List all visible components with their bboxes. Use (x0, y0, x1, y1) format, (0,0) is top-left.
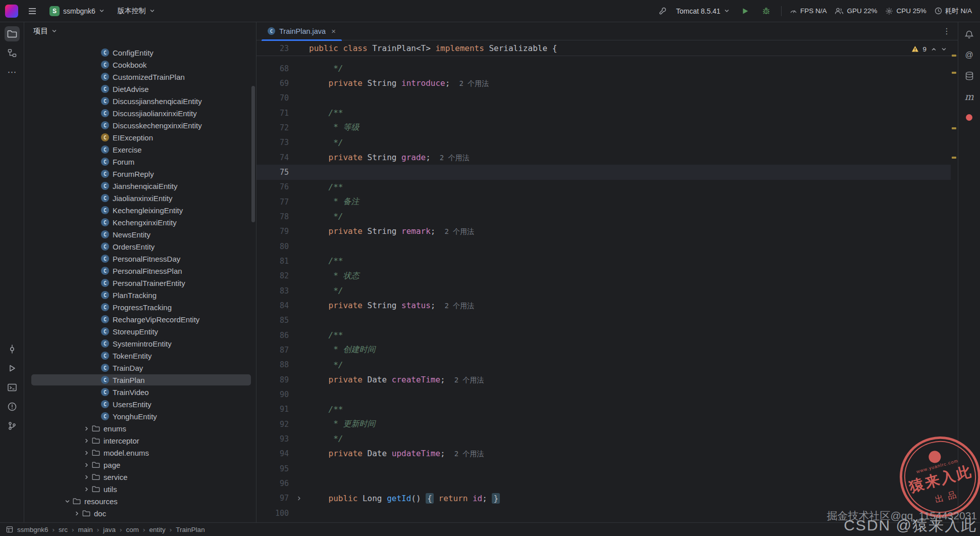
line-number[interactable]: 95 (256, 464, 289, 473)
code-line-88[interactable]: 88 */ (256, 358, 951, 372)
tree-item-forumreply[interactable]: CForumReply (24, 168, 256, 180)
line-number[interactable]: 73 (256, 138, 289, 147)
line-number[interactable]: 68 (256, 64, 289, 73)
terminal-tool-icon[interactable] (5, 380, 20, 395)
code-line-94[interactable]: 94 private Date updateTime;2 个用法 (256, 447, 951, 461)
tree-scrollbar[interactable] (251, 86, 255, 222)
chevron-right-icon[interactable] (82, 438, 91, 444)
code-line-71[interactable]: 71 /** (256, 106, 951, 120)
code-line-87[interactable]: 87 * 创建时间 (256, 343, 951, 357)
chevron-right-icon[interactable] (72, 511, 82, 516)
breadcrumb-item[interactable]: TrainPlan (176, 526, 204, 533)
code-line-92[interactable]: 92 * 更新时间 (256, 417, 951, 431)
line-number[interactable]: 84 (256, 301, 289, 310)
mentions-at-icon[interactable]: @ (963, 49, 975, 61)
line-number[interactable]: 79 (256, 227, 289, 236)
plugin-dot-icon[interactable] (963, 111, 975, 123)
sticky-line[interactable]: 23 public class TrainPlan<T> implements … (256, 41, 958, 56)
tree-item-personalfitnessday[interactable]: CPersonalFitnessDay (24, 253, 256, 265)
warning-stripe-mark[interactable] (952, 72, 956, 74)
tree-item-trainvideo[interactable]: CTrainVideo (24, 386, 256, 398)
code-line-85[interactable]: 85 (256, 313, 951, 328)
chevron-right-icon[interactable] (82, 486, 91, 492)
code-line-90[interactable]: 90 (256, 387, 951, 402)
line-number[interactable]: 87 (256, 346, 289, 355)
line-number[interactable]: 85 (256, 316, 289, 325)
code-line-93[interactable]: 93 */ (256, 431, 951, 446)
code-line-69[interactable]: 69 private String introduce;2 个用法 (256, 76, 951, 90)
line-number[interactable]: 96 (256, 479, 289, 488)
code-line-81[interactable]: 81 /** (256, 254, 951, 268)
code-line-89[interactable]: 89 private Date createTime;2 个用法 (256, 372, 951, 387)
code-line-76[interactable]: 76 /** (256, 180, 951, 194)
tree-item-usersentity[interactable]: CUsersEntity (24, 398, 256, 410)
kebab-menu-icon[interactable]: ⋮ (943, 26, 951, 36)
code-line-79[interactable]: 79 private String remark;2 个用法 (256, 224, 951, 239)
line-number[interactable]: 89 (256, 375, 289, 384)
tree-item-trainplan[interactable]: CTrainPlan (24, 374, 256, 386)
tree-item-enums[interactable]: enums (24, 422, 256, 434)
line-number[interactable]: 97 (256, 494, 289, 503)
warning-stripe-mark[interactable] (952, 157, 956, 159)
tree-item-interceptor[interactable]: interceptor (24, 434, 256, 447)
tree-item-jiaolianxinxientity[interactable]: CJiaolianxinxiEntity (24, 192, 256, 204)
tree-item-storeupentity[interactable]: CStoreupEntity (24, 325, 256, 337)
tree-item-systemintroentity[interactable]: CSystemintroEntity (24, 337, 256, 350)
tree-item-doc[interactable]: doc (24, 507, 256, 519)
code-line-73[interactable]: 73 */ (256, 135, 951, 150)
chevron-down-icon[interactable] (63, 499, 72, 504)
line-number[interactable]: 76 (256, 182, 289, 191)
tree-item-plantracking[interactable]: CPlanTracking (24, 289, 256, 301)
line-number[interactable]: 83 (256, 286, 289, 296)
fold-chevron-icon[interactable] (289, 496, 309, 501)
code-line-84[interactable]: 84 private String status;2 个用法 (256, 298, 951, 313)
tree-item-forum[interactable]: CForum (24, 156, 256, 168)
line-number[interactable]: 92 (256, 420, 289, 429)
chevron-right-icon[interactable] (82, 426, 91, 431)
tree-item-ordersentity[interactable]: COrdersEntity (24, 240, 256, 253)
code-line-86[interactable]: 86 /** (256, 328, 951, 343)
tree-item-personaltrainerentity[interactable]: CPersonalTrainerEntity (24, 277, 256, 289)
breadcrumb-item[interactable]: main (78, 526, 93, 533)
line-number[interactable]: 81 (256, 257, 289, 266)
chevron-up-icon[interactable] (931, 46, 937, 52)
line-number[interactable]: 88 (256, 360, 289, 369)
tree-item-discusskechengxinxientity[interactable]: CDiscusskechengxinxiEntity (24, 119, 256, 131)
more-tools-icon[interactable]: ⋯ (5, 65, 20, 80)
maven-icon[interactable]: m (963, 90, 975, 103)
chevron-right-icon[interactable] (82, 450, 91, 456)
tree-item-rechargeviprecordentity[interactable]: CRechargeVipRecordEntity (24, 313, 256, 325)
line-number[interactable]: 100 (256, 509, 289, 518)
code-line-78[interactable]: 78 */ (256, 209, 951, 224)
project-panel-header[interactable]: 项目 (24, 22, 256, 40)
database-icon[interactable] (963, 70, 975, 82)
code-line-83[interactable]: 83 */ (256, 283, 951, 298)
tree-item-kechengleixingentity[interactable]: CKechengleixingEntity (24, 204, 256, 216)
code-line-75[interactable]: 75 (256, 165, 951, 179)
breadcrumb-item[interactable]: com (126, 526, 139, 533)
code-line-100[interactable]: 100 (256, 506, 951, 520)
line-number[interactable]: 82 (256, 271, 289, 280)
code-line-91[interactable]: 91 /** (256, 402, 951, 417)
line-number[interactable]: 69 (256, 79, 289, 88)
tree-item-newsentity[interactable]: CNewsEntity (24, 228, 256, 240)
structure-tool-icon[interactable] (5, 45, 20, 61)
debug-button[interactable] (760, 5, 773, 18)
code-line-72[interactable]: 72 * 等级 (256, 120, 951, 135)
code-line-77[interactable]: 77 * 备注 (256, 194, 951, 209)
git-branch-tool-icon[interactable] (5, 418, 20, 433)
code-line-96[interactable]: 96 (256, 476, 951, 491)
line-number[interactable]: 77 (256, 198, 289, 207)
inspections-widget[interactable]: 9 (911, 43, 947, 55)
breadcrumb-item[interactable]: src (59, 526, 68, 533)
tree-item-configentity[interactable]: CConfigEntity (24, 46, 256, 59)
tree-item-yonghuentity[interactable]: CYonghuEntity (24, 410, 256, 422)
tree-item-eiexception[interactable]: CEIException (24, 131, 256, 143)
warning-stripe-mark[interactable] (952, 55, 956, 57)
tree-item-kechengxinxientity[interactable]: CKechengxinxiEntity (24, 216, 256, 228)
run-configuration-selector[interactable]: Tomcat 8.5.41 (675, 5, 731, 17)
commit-tool-icon[interactable] (5, 342, 20, 357)
problems-tool-icon[interactable] (5, 399, 20, 414)
line-number[interactable]: 90 (256, 390, 289, 399)
project-widget[interactable]: S ssmbgnk6 (46, 4, 108, 18)
